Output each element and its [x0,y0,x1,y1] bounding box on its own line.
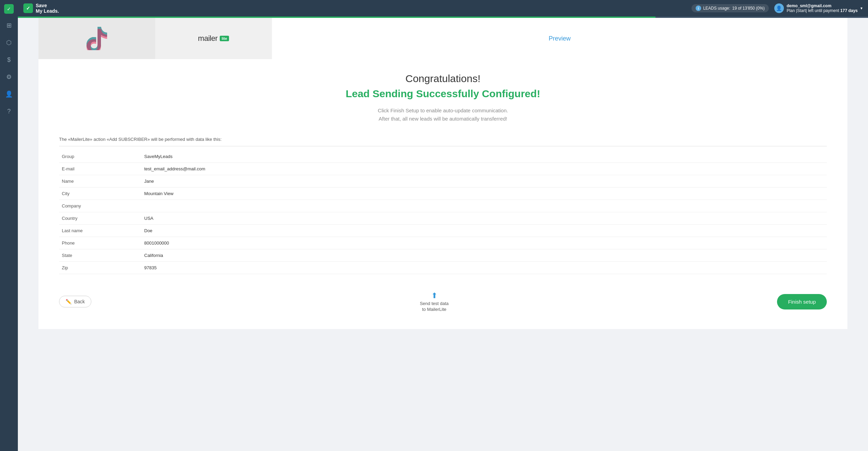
leads-usage-count: 19 of 13'850 (0%) [732,6,765,11]
chevron-down-icon: ▾ [860,6,863,11]
integration-header: mailer lite Preview [38,18,847,59]
sidebar-item-apps[interactable]: ⚙ [3,71,14,82]
table-field-label: City [59,188,141,200]
sidebar: ✓ ⊞ ⬡ $ ⚙ 👤 ? [0,0,18,451]
table-field-label: Last name [59,225,141,237]
preview-link[interactable]: Preview [549,35,571,42]
table-row: E-mailtest_email_address@mail.com [59,163,827,175]
send-test-button[interactable]: ⬆ Send test data to MailerLite [420,291,449,312]
table-row: CountryUSA [59,212,827,225]
table-row: GroupSaveMyLeads [59,150,827,163]
table-row: CityMountain View [59,188,827,200]
table-field-value: test_email_address@mail.com [141,163,827,175]
sidebar-item-billing[interactable]: $ [3,54,14,65]
success-title: Lead Sending Successfully Configured! [59,88,827,100]
table-row: Company [59,200,827,212]
table-field-label: E-mail [59,163,141,175]
congrats-title: Congratulations! [59,73,827,84]
main-card: Congratulations! Lead Sending Successful… [38,59,847,329]
table-field-label: Phone [59,237,141,249]
sidebar-item-help[interactable]: ? [3,106,14,117]
user-info[interactable]: 👤 demo_sml@gmail.com Plan |Start| left u… [774,3,863,13]
leads-usage: i LEADS usage: 19 of 13'850 (0%) [692,4,769,12]
send-test-line1: Send test data [420,301,449,306]
main-area: ✓ SaveMy Leads. i LEADS usage: 19 of 13'… [18,0,868,451]
back-label: Back [74,299,85,304]
user-details: demo_sml@gmail.com Plan |Start| left unt… [787,3,858,13]
back-button[interactable]: ✏️ Back [59,296,91,307]
app-logo: ✓ SaveMy Leads. [23,3,59,14]
user-plan: Plan |Start| left until payment 177 days [787,8,858,13]
table-row: Zip97835 [59,262,827,274]
table-row: Phone8001000000 [59,237,827,249]
table-field-value: Jane [141,175,827,188]
preview-box: Preview [272,18,847,59]
user-avatar: 👤 [774,3,784,13]
table-field-value: 8001000000 [141,237,827,249]
table-field-label: Group [59,150,141,163]
table-row: Last nameDoe [59,225,827,237]
sidebar-item-profile[interactable]: 👤 [3,89,14,100]
pencil-icon: ✏️ [66,299,71,304]
finish-setup-button[interactable]: Finish setup [777,294,827,309]
tiktok-logo-box [38,18,155,59]
sidebar-item-integrations[interactable]: ⬡ [3,37,14,48]
logo-icon: ✓ [23,3,33,13]
data-table: GroupSaveMyLeadsE-mailtest_email_address… [59,150,827,274]
table-field-value: California [141,249,827,262]
upload-icon: ⬆ [431,291,437,300]
table-field-label: Country [59,212,141,225]
user-email: demo_sml@gmail.com [787,3,858,8]
content-area: mailer lite Preview Congratulations! Lea… [18,18,868,451]
subtitle: Click Finish Setup to enable auto-update… [59,106,827,123]
table-field-label: Zip [59,262,141,274]
table-field-label: Name [59,175,141,188]
table-field-value: SaveMyLeads [141,150,827,163]
progress-bar [18,16,868,18]
action-description: The «MailerLite» action «Add SUBSCRIBER»… [59,137,827,146]
table-field-value: Mountain View [141,188,827,200]
mailerlite-logo-box: mailer lite [155,18,272,59]
table-field-value: 97835 [141,262,827,274]
mailerlite-badge: lite [220,36,229,41]
send-test-line2: to MailerLite [422,307,446,312]
table-field-value [141,200,827,212]
table-row: StateCalifornia [59,249,827,262]
topbar: ✓ SaveMy Leads. i LEADS usage: 19 of 13'… [18,0,868,16]
app-name: SaveMy Leads. [36,3,59,14]
table-field-value: USA [141,212,827,225]
mailerlite-logo: mailer lite [198,34,229,43]
info-icon: i [696,5,701,11]
tiktok-icon [87,27,107,50]
table-field-value: Doe [141,225,827,237]
bottom-actions: ✏️ Back ⬆ Send test data to MailerLite F… [59,288,827,312]
table-row: NameJane [59,175,827,188]
sidebar-item-home[interactable]: ⊞ [3,20,14,31]
leads-usage-label: LEADS usage: [703,6,730,11]
sidebar-logo: ✓ [4,4,14,14]
table-field-label: Company [59,200,141,212]
mailerlite-text: mailer [198,34,218,43]
table-field-label: State [59,249,141,262]
topbar-right: i LEADS usage: 19 of 13'850 (0%) 👤 demo_… [692,3,863,13]
